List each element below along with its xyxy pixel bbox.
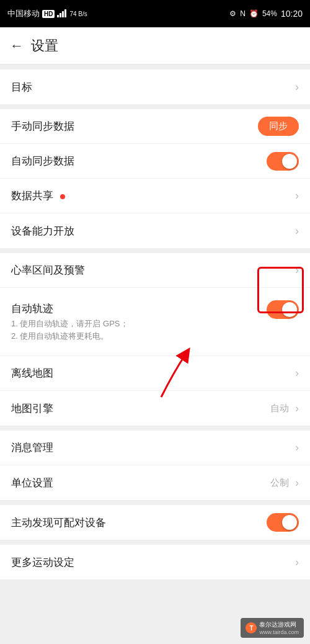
signal-strength <box>57 9 67 19</box>
unit-value: 公制 <box>270 477 289 489</box>
section-messages: 消息管理 › 单位设置 公制 › <box>0 431 310 500</box>
data-share-item[interactable]: 数据共享 › <box>0 179 310 213</box>
more-settings-item[interactable]: 更多运动设定 › <box>0 545 310 579</box>
chevron-icon: › <box>295 402 299 415</box>
auto-sync-toggle[interactable] <box>267 152 299 171</box>
auto-sync-item: 自动同步数据 <box>0 144 310 179</box>
auto-track-item: 自动轨迹 1. 使用自动轨迹，请开启 GPS；2. 使用自动轨迹将更耗电。 <box>0 288 310 356</box>
page-header: ← 设置 <box>0 27 310 65</box>
network-type: HD <box>42 10 55 18</box>
auto-sync-label: 自动同步数据 <box>11 154 267 168</box>
manual-sync-item: 手动同步数据 同步 <box>0 109 310 144</box>
more-settings-label: 更多运动设定 <box>11 555 290 570</box>
offline-map-item[interactable]: 离线地图 › <box>0 356 310 391</box>
sync-button[interactable]: 同步 <box>258 117 299 136</box>
svg-rect-0 <box>57 15 59 17</box>
device-capability-item[interactable]: 设备能力开放 › <box>0 213 310 248</box>
auto-track-label: 自动轨迹 <box>11 302 267 316</box>
chevron-icon: › <box>295 367 299 380</box>
unit-settings-item[interactable]: 单位设置 公制 › <box>0 465 310 500</box>
section-tracking: 心率区间及预警 › 自动轨迹 1. 使用自动轨迹，请开启 GPS；2. 使用自动… <box>0 253 310 426</box>
bluetooth-icon: ⚙ <box>229 9 236 18</box>
map-engine-item[interactable]: 地图引擎 自动 › <box>0 391 310 426</box>
auto-track-label-wrap: 自动轨迹 1. 使用自动轨迹，请开启 GPS；2. 使用自动轨迹将更耗电。 <box>11 294 267 349</box>
svg-rect-3 <box>64 9 66 17</box>
nfc-icon: N <box>240 9 246 18</box>
chevron-icon: › <box>295 264 299 277</box>
back-button[interactable]: ← <box>10 38 24 54</box>
alarm-icon: ⏰ <box>249 9 259 18</box>
carrier-label: 中国移动 <box>7 8 40 19</box>
unit-settings-label: 单位设置 <box>11 476 270 490</box>
map-engine-label: 地图引擎 <box>11 401 270 416</box>
status-right: ⚙ N ⏰ 54% 10:20 <box>229 9 303 19</box>
notification-dot <box>60 194 65 199</box>
time-display: 10:20 <box>281 9 303 19</box>
svg-rect-1 <box>60 13 61 17</box>
auto-track-sublabel: 1. 使用自动轨迹，请开启 GPS；2. 使用自动轨迹将更耗电。 <box>11 318 267 342</box>
status-left: 中国移动 HD 74 B/s <box>7 8 87 19</box>
battery-level: 54% <box>262 9 277 18</box>
page-title: 设置 <box>31 37 58 55</box>
status-bar: 中国移动 HD 74 B/s ⚙ N ⏰ 54% 10:20 <box>0 0 310 27</box>
offline-map-label: 离线地图 <box>11 366 290 380</box>
target-label: 目标 <box>11 80 290 94</box>
discover-devices-toggle[interactable] <box>267 513 299 532</box>
chevron-icon: › <box>295 189 299 202</box>
auto-track-toggle[interactable] <box>267 300 299 319</box>
discover-devices-item: 主动发现可配对设备 <box>0 505 310 540</box>
discover-devices-label: 主动发现可配对设备 <box>11 516 267 530</box>
section-target: 目标 › <box>0 69 310 104</box>
chevron-icon: › <box>295 556 299 569</box>
device-capability-label: 设备能力开放 <box>11 224 290 238</box>
map-engine-value: 自动 <box>270 403 289 414</box>
section-sync: 手动同步数据 同步 自动同步数据 数据共享 › 设备能力开放 › <box>0 109 310 248</box>
watermark-icon: T <box>246 622 257 633</box>
chevron-icon: › <box>295 476 299 490</box>
manual-sync-label: 手动同步数据 <box>11 119 258 133</box>
section-more: 更多运动设定 › <box>0 545 310 579</box>
chevron-icon: › <box>295 81 299 94</box>
svg-rect-2 <box>62 11 64 17</box>
data-share-label: 数据共享 <box>11 189 290 203</box>
heart-rate-item[interactable]: 心率区间及预警 › <box>0 253 310 288</box>
chevron-icon: › <box>295 225 299 238</box>
heart-rate-label: 心率区间及预警 <box>11 263 290 277</box>
watermark: T 泰尔达游戏网 www.tairda.com <box>241 618 304 638</box>
message-mgmt-label: 消息管理 <box>11 441 290 455</box>
section-devices: 主动发现可配对设备 <box>0 505 310 540</box>
target-item[interactable]: 目标 › <box>0 69 310 104</box>
settings-list: 目标 › 手动同步数据 同步 自动同步数据 数据共享 › 设备能力开放 <box>0 65 310 644</box>
message-mgmt-item[interactable]: 消息管理 › <box>0 431 310 465</box>
chevron-icon: › <box>295 441 299 454</box>
watermark-text: 泰尔达游戏网 www.tairda.com <box>259 620 299 635</box>
data-speed: 74 B/s <box>69 11 87 17</box>
